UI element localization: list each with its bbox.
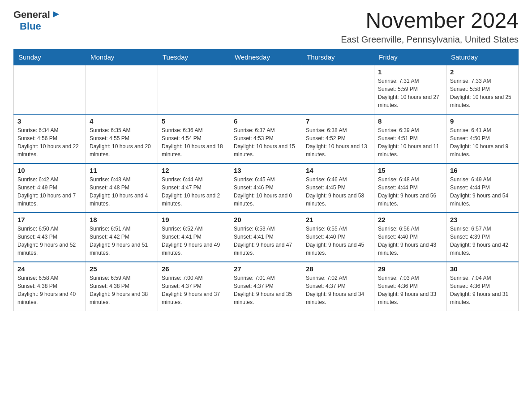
day-info: Sunrise: 6:43 AMSunset: 4:48 PMDaylight:… [90,176,154,208]
calendar-cell: 20Sunrise: 6:53 AMSunset: 4:41 PMDayligh… [230,213,302,262]
page-subtitle: East Greenville, Pennsylvania, United St… [341,34,519,45]
day-info: Sunrise: 6:37 AMSunset: 4:53 PMDaylight:… [234,126,298,158]
day-number: 10 [17,167,82,174]
weekday-header: Wednesday [230,49,302,65]
calendar-cell: 18Sunrise: 6:51 AMSunset: 4:42 PMDayligh… [86,213,158,262]
day-info: Sunrise: 6:59 AMSunset: 4:38 PMDaylight:… [90,274,154,306]
logo: General Blue [13,9,60,32]
calendar-header-row: SundayMondayTuesdayWednesdayThursdayFrid… [14,49,519,65]
weekday-header: Saturday [446,49,519,65]
calendar-cell [86,65,158,114]
calendar-cell: 25Sunrise: 6:59 AMSunset: 4:38 PMDayligh… [86,262,158,311]
day-number: 18 [90,216,154,223]
calendar-week-row: 10Sunrise: 6:42 AMSunset: 4:49 PMDayligh… [14,163,519,213]
day-info: Sunrise: 6:48 AMSunset: 4:44 PMDaylight:… [378,176,442,208]
calendar-cell [158,65,230,114]
day-info: Sunrise: 6:42 AMSunset: 4:49 PMDaylight:… [17,176,82,208]
logo-general-text: General [13,9,50,21]
day-number: 2 [450,68,515,76]
day-info: Sunrise: 6:56 AMSunset: 4:40 PMDaylight:… [378,225,442,257]
weekday-header: Sunday [14,49,86,65]
weekday-header: Thursday [302,49,374,65]
calendar-cell: 5Sunrise: 6:36 AMSunset: 4:54 PMDaylight… [158,114,230,163]
day-number: 3 [17,117,82,125]
calendar-cell: 1Sunrise: 7:31 AMSunset: 5:59 PMDaylight… [374,65,446,114]
calendar-cell [14,65,86,114]
day-number: 17 [17,216,82,223]
page-title: November 2024 [341,9,519,33]
calendar-week-row: 24Sunrise: 6:58 AMSunset: 4:38 PMDayligh… [14,262,519,311]
calendar-cell: 16Sunrise: 6:49 AMSunset: 4:44 PMDayligh… [446,163,519,213]
calendar-week-row: 1Sunrise: 7:31 AMSunset: 5:59 PMDaylight… [14,65,519,114]
day-info: Sunrise: 6:41 AMSunset: 4:50 PMDaylight:… [450,126,515,158]
day-info: Sunrise: 7:04 AMSunset: 4:36 PMDaylight:… [450,274,515,306]
calendar-cell: 4Sunrise: 6:35 AMSunset: 4:55 PMDaylight… [86,114,158,163]
calendar-cell [230,65,302,114]
day-info: Sunrise: 6:44 AMSunset: 4:47 PMDaylight:… [162,176,226,208]
weekday-header: Tuesday [158,49,230,65]
day-info: Sunrise: 7:31 AMSunset: 5:59 PMDaylight:… [378,77,442,109]
day-info: Sunrise: 6:36 AMSunset: 4:54 PMDaylight:… [162,126,226,158]
calendar-cell: 29Sunrise: 7:03 AMSunset: 4:36 PMDayligh… [374,262,446,311]
calendar-cell: 6Sunrise: 6:37 AMSunset: 4:53 PMDaylight… [230,114,302,163]
calendar-cell: 7Sunrise: 6:38 AMSunset: 4:52 PMDaylight… [302,114,374,163]
calendar-cell: 9Sunrise: 6:41 AMSunset: 4:50 PMDaylight… [446,114,519,163]
weekday-header: Monday [86,49,158,65]
calendar-cell: 17Sunrise: 6:50 AMSunset: 4:43 PMDayligh… [14,213,86,262]
day-info: Sunrise: 6:34 AMSunset: 4:56 PMDaylight:… [17,126,82,158]
day-number: 25 [90,265,154,273]
day-info: Sunrise: 6:49 AMSunset: 4:44 PMDaylight:… [450,176,515,208]
calendar-cell [302,65,374,114]
day-number: 27 [234,265,298,273]
day-number: 22 [378,216,442,223]
calendar-cell: 26Sunrise: 7:00 AMSunset: 4:37 PMDayligh… [158,262,230,311]
day-info: Sunrise: 6:45 AMSunset: 4:46 PMDaylight:… [234,176,298,208]
calendar-cell: 15Sunrise: 6:48 AMSunset: 4:44 PMDayligh… [374,163,446,213]
day-number: 26 [162,265,226,273]
day-number: 21 [306,216,370,223]
day-info: Sunrise: 7:00 AMSunset: 4:37 PMDaylight:… [162,274,226,306]
day-info: Sunrise: 7:33 AMSunset: 5:58 PMDaylight:… [450,77,515,109]
calendar-table: SundayMondayTuesdayWednesdayThursdayFrid… [13,49,519,312]
calendar-cell: 11Sunrise: 6:43 AMSunset: 4:48 PMDayligh… [86,163,158,213]
day-number: 1 [378,68,442,76]
day-number: 6 [234,117,298,125]
day-info: Sunrise: 6:55 AMSunset: 4:40 PMDaylight:… [306,225,370,257]
calendar-cell: 2Sunrise: 7:33 AMSunset: 5:58 PMDaylight… [446,65,519,114]
calendar-cell: 24Sunrise: 6:58 AMSunset: 4:38 PMDayligh… [14,262,86,311]
day-number: 23 [450,216,515,223]
day-number: 5 [162,117,226,125]
day-number: 14 [306,167,370,174]
title-area: November 2024 East Greenville, Pennsylva… [341,9,519,45]
day-info: Sunrise: 6:51 AMSunset: 4:42 PMDaylight:… [90,225,154,257]
day-info: Sunrise: 6:57 AMSunset: 4:39 PMDaylight:… [450,225,515,257]
calendar-cell: 3Sunrise: 6:34 AMSunset: 4:56 PMDaylight… [14,114,86,163]
weekday-header: Friday [374,49,446,65]
day-number: 20 [234,216,298,223]
logo-arrow-icon [52,10,60,20]
day-number: 29 [378,265,442,273]
day-number: 4 [90,117,154,125]
day-info: Sunrise: 6:53 AMSunset: 4:41 PMDaylight:… [234,225,298,257]
calendar-cell: 8Sunrise: 6:39 AMSunset: 4:51 PMDaylight… [374,114,446,163]
day-info: Sunrise: 6:35 AMSunset: 4:55 PMDaylight:… [90,126,154,158]
day-number: 9 [450,117,515,125]
calendar-week-row: 17Sunrise: 6:50 AMSunset: 4:43 PMDayligh… [14,213,519,262]
day-number: 28 [306,265,370,273]
day-info: Sunrise: 6:58 AMSunset: 4:38 PMDaylight:… [17,274,82,306]
day-number: 12 [162,167,226,174]
calendar-cell: 13Sunrise: 6:45 AMSunset: 4:46 PMDayligh… [230,163,302,213]
calendar-cell: 22Sunrise: 6:56 AMSunset: 4:40 PMDayligh… [374,213,446,262]
day-number: 7 [306,117,370,125]
day-info: Sunrise: 6:50 AMSunset: 4:43 PMDaylight:… [17,225,82,257]
calendar-cell: 14Sunrise: 6:46 AMSunset: 4:45 PMDayligh… [302,163,374,213]
calendar-cell: 28Sunrise: 7:02 AMSunset: 4:37 PMDayligh… [302,262,374,311]
calendar-cell: 19Sunrise: 6:52 AMSunset: 4:41 PMDayligh… [158,213,230,262]
calendar-cell: 30Sunrise: 7:04 AMSunset: 4:36 PMDayligh… [446,262,519,311]
svg-marker-0 [53,11,59,17]
calendar-cell: 10Sunrise: 6:42 AMSunset: 4:49 PMDayligh… [14,163,86,213]
day-number: 16 [450,167,515,174]
calendar-week-row: 3Sunrise: 6:34 AMSunset: 4:56 PMDaylight… [14,114,519,163]
calendar-cell: 21Sunrise: 6:55 AMSunset: 4:40 PMDayligh… [302,213,374,262]
day-info: Sunrise: 7:02 AMSunset: 4:37 PMDaylight:… [306,274,370,306]
